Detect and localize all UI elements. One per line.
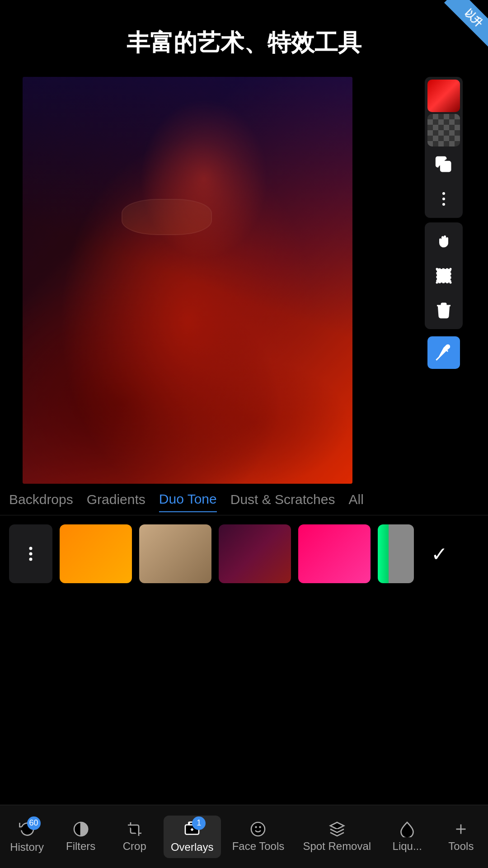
- selection-tool-button[interactable]: [427, 259, 460, 292]
- svg-rect-4: [437, 269, 450, 283]
- swatch-orange[interactable]: [60, 524, 132, 583]
- history-icon-wrap: 60: [19, 820, 35, 838]
- shadow-overlay: [23, 77, 352, 484]
- liquify-icon: [399, 821, 415, 837]
- svg-point-5: [436, 268, 438, 270]
- nav-overlays[interactable]: 1 Overlays: [164, 816, 221, 858]
- overlay-swatches: ✓: [0, 515, 488, 592]
- duplicate-button[interactable]: [427, 148, 460, 181]
- svg-point-8: [450, 282, 452, 284]
- svg-point-2: [442, 198, 445, 200]
- bottom-nav: 60 History Filters Crop 1 Overlays: [0, 805, 488, 868]
- swatch-green[interactable]: [378, 524, 414, 583]
- nav-face-tools[interactable]: Face Tools: [225, 816, 292, 857]
- swatch-tan[interactable]: [139, 524, 211, 583]
- crop-icon: [127, 821, 143, 837]
- tab-dust[interactable]: Dust & Scratches: [230, 487, 335, 512]
- transparency-button[interactable]: [427, 114, 460, 146]
- corner-badge: 以升: [434, 0, 488, 54]
- canvas-bg: [23, 77, 352, 484]
- spot-removal-label: Spot Removal: [303, 840, 371, 853]
- svg-point-10: [29, 552, 33, 556]
- badge-text: 以升: [444, 0, 488, 47]
- swatch-pink[interactable]: [298, 524, 371, 583]
- swatch-confirm-button[interactable]: ✓: [421, 524, 457, 583]
- svg-point-1: [442, 192, 445, 195]
- svg-point-6: [450, 268, 452, 270]
- nav-spot-removal[interactable]: Spot Removal: [296, 816, 378, 857]
- tab-all[interactable]: All: [348, 487, 363, 512]
- filters-icon: [73, 821, 89, 837]
- svg-point-9: [29, 547, 33, 550]
- nav-tools[interactable]: Tools: [436, 816, 486, 857]
- svg-point-3: [442, 203, 445, 206]
- canvas[interactable]: [23, 77, 352, 484]
- spot-removal-icon: [329, 821, 345, 837]
- svg-point-15: [251, 822, 265, 836]
- page-title: 丰富的艺术、特效工具: [0, 0, 488, 77]
- overlays-badge: 1: [192, 816, 206, 830]
- tools-label: Tools: [448, 840, 474, 853]
- svg-point-11: [29, 558, 33, 561]
- nav-crop[interactable]: Crop: [110, 816, 160, 857]
- delete-button[interactable]: [427, 294, 460, 326]
- nav-history[interactable]: 60 History: [2, 816, 52, 858]
- hand-tool-button[interactable]: [427, 225, 460, 258]
- swatch-more-button[interactable]: [9, 524, 52, 583]
- nav-filters[interactable]: Filters: [56, 816, 106, 857]
- tool-group-top: [425, 77, 463, 218]
- tab-backdrops[interactable]: Backdrops: [9, 487, 73, 512]
- history-label: History: [10, 841, 44, 854]
- overlays-icon-wrap: 1: [184, 820, 200, 838]
- swatch-darkred[interactable]: [219, 524, 291, 583]
- overlays-label: Overlays: [171, 841, 214, 854]
- svg-point-7: [436, 282, 438, 284]
- history-badge: 60: [27, 816, 41, 830]
- nav-liquify[interactable]: Liqu...: [382, 816, 432, 857]
- tools-icon: [453, 821, 469, 837]
- face-tools-label: Face Tools: [232, 840, 285, 853]
- right-sidebar: [422, 77, 465, 484]
- color-swatch-button[interactable]: [427, 80, 460, 112]
- face-tools-icon: [250, 821, 266, 837]
- eyedropper-button[interactable]: [427, 336, 460, 369]
- liquify-label: Liqu...: [393, 840, 422, 853]
- category-tabs: Backdrops Gradients Duo Tone Dust & Scra…: [0, 484, 488, 515]
- more-options-button[interactable]: [427, 183, 460, 215]
- crop-label: Crop: [123, 840, 146, 853]
- tool-group-mid: [425, 222, 463, 329]
- editor-area: [23, 77, 465, 484]
- tab-duotone[interactable]: Duo Tone: [159, 487, 217, 512]
- tab-gradients[interactable]: Gradients: [87, 487, 145, 512]
- filters-label: Filters: [66, 840, 95, 853]
